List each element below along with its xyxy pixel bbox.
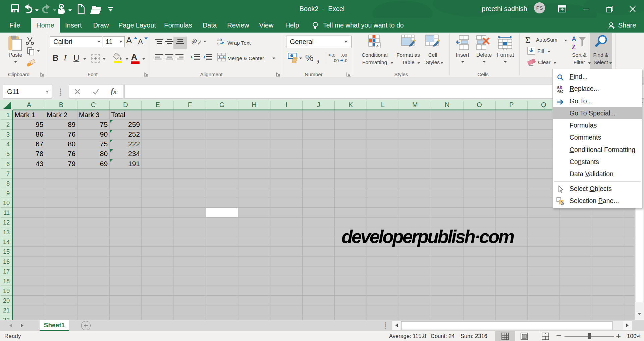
svg-text:259: 259 <box>128 120 140 128</box>
svg-text:D: D <box>123 101 128 108</box>
svg-text:89: 89 <box>68 120 75 128</box>
svg-text:G: G <box>219 101 225 108</box>
svg-text:17: 17 <box>3 268 10 275</box>
svg-text:N: N <box>445 101 449 108</box>
svg-text:95: 95 <box>36 120 43 128</box>
svg-text:Z: Z <box>572 43 576 51</box>
svg-text:Mark 3: Mark 3 <box>79 111 99 118</box>
svg-text:2: 2 <box>6 121 10 128</box>
svg-text:.00: .00 <box>333 58 339 63</box>
svg-text:12: 12 <box>3 219 10 226</box>
svg-text:O: O <box>477 101 482 108</box>
svg-text:22: 22 <box>3 317 10 320</box>
svg-text:.0: .0 <box>344 58 347 63</box>
svg-text:4: 4 <box>6 141 10 148</box>
svg-text:222: 222 <box>128 140 140 148</box>
svg-text:Mark 2: Mark 2 <box>47 111 67 118</box>
svg-text:20: 20 <box>3 297 10 304</box>
svg-text:6: 6 <box>6 161 10 167</box>
svg-text:9: 9 <box>6 190 10 197</box>
svg-text:E: E <box>155 101 160 108</box>
svg-text:80: 80 <box>100 150 108 157</box>
svg-text:P: P <box>509 101 514 108</box>
svg-text:Mark 1: Mark 1 <box>15 111 35 118</box>
svg-text:Q: Q <box>541 101 546 108</box>
svg-text:Total: Total <box>111 111 125 118</box>
svg-text:A: A <box>572 35 576 43</box>
svg-text:8: 8 <box>6 180 10 187</box>
svg-text:67: 67 <box>36 140 43 148</box>
svg-text:7: 7 <box>6 170 10 177</box>
svg-text:A: A <box>27 101 32 108</box>
svg-text:13: 13 <box>3 229 10 236</box>
svg-text:76: 76 <box>68 130 75 138</box>
svg-text:234: 234 <box>128 150 140 157</box>
svg-text:I: I <box>285 101 287 108</box>
svg-text:21: 21 <box>3 307 10 314</box>
svg-text:43: 43 <box>36 160 43 167</box>
svg-text:15: 15 <box>3 248 10 255</box>
svg-text:18: 18 <box>3 278 10 285</box>
svg-text:76: 76 <box>68 150 75 157</box>
svg-text:K: K <box>348 101 353 108</box>
svg-text:M: M <box>412 101 418 108</box>
svg-text:19: 19 <box>3 288 10 294</box>
svg-text:ac: ac <box>559 89 564 93</box>
svg-text:11: 11 <box>3 209 10 216</box>
svg-text:ab: ab <box>191 37 198 45</box>
svg-text:69: 69 <box>100 160 108 167</box>
svg-text:79: 79 <box>68 160 75 167</box>
svg-text:1: 1 <box>6 112 10 118</box>
svg-text:10: 10 <box>3 200 10 206</box>
svg-text:F: F <box>188 101 192 108</box>
svg-text:75: 75 <box>100 140 108 148</box>
svg-text:c: c <box>217 41 219 46</box>
svg-text:.00: .00 <box>341 53 347 58</box>
svg-text:B: B <box>59 101 63 108</box>
svg-text:16: 16 <box>3 258 10 265</box>
svg-text:90: 90 <box>100 130 108 138</box>
svg-text:75: 75 <box>100 120 108 128</box>
svg-text:191: 191 <box>128 160 140 167</box>
svg-text:14: 14 <box>3 239 10 245</box>
svg-text:L: L <box>381 101 385 108</box>
svg-text:86: 86 <box>36 130 43 138</box>
svg-text:.0: .0 <box>332 53 335 58</box>
svg-text:80: 80 <box>68 140 75 148</box>
svg-text:78: 78 <box>36 150 43 157</box>
svg-text:≠: ≠ <box>376 43 379 48</box>
svg-text:H: H <box>252 101 257 108</box>
svg-text:C: C <box>91 101 96 108</box>
svg-text:5: 5 <box>6 151 10 157</box>
svg-text:3: 3 <box>6 131 10 138</box>
svg-text:252: 252 <box>128 130 140 138</box>
svg-text:J: J <box>317 101 320 108</box>
